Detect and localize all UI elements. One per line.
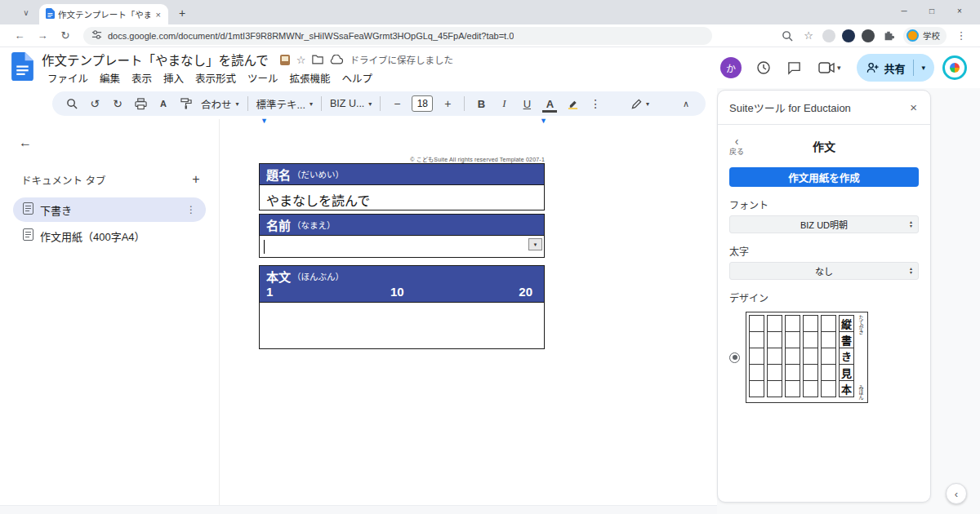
- underline-button[interactable]: U: [518, 94, 536, 113]
- name-dropdown-button[interactable]: ▼: [528, 238, 542, 250]
- search-menus-icon[interactable]: [63, 94, 81, 113]
- panel-back-button[interactable]: ‹ 戻る: [729, 136, 744, 157]
- design-radio-button[interactable]: [729, 352, 740, 363]
- url-omnibox[interactable]: docs.google.com/document/d/1mtI3F9R8RMWN…: [83, 27, 712, 45]
- move-folder-icon[interactable]: [312, 55, 323, 64]
- text-color-button[interactable]: A: [541, 94, 559, 113]
- browser-forward-button[interactable]: →: [33, 27, 51, 45]
- ruler-indent-marker[interactable]: ▼: [261, 117, 268, 125]
- collapse-panel-button[interactable]: ‹: [946, 483, 967, 504]
- page-zoom-icon[interactable]: [778, 27, 796, 45]
- browser-menu-icon[interactable]: ⋮: [952, 27, 970, 45]
- share-dropdown-icon[interactable]: ▾: [915, 64, 931, 72]
- comments-icon[interactable]: [781, 54, 808, 82]
- docs-logo-icon[interactable]: [11, 52, 33, 84]
- font-size-decrease-button[interactable]: −: [388, 94, 406, 113]
- font-size-input[interactable]: 18: [412, 95, 433, 112]
- browser-profile-chip[interactable]: 学校: [903, 27, 947, 45]
- bold-select[interactable]: なし ▴▾: [729, 262, 919, 280]
- window-close-button[interactable]: ×: [946, 0, 973, 21]
- new-tab-button[interactable]: +: [173, 4, 191, 22]
- grid-column: [749, 315, 764, 397]
- redo-icon[interactable]: ↻: [109, 94, 127, 113]
- select-arrows-icon: ▴▾: [910, 267, 912, 275]
- template-copyright-text: © こどもSuite All rights reserved Template …: [259, 155, 545, 163]
- user-avatar[interactable]: か: [720, 57, 742, 78]
- tune-icon[interactable]: [91, 29, 102, 43]
- version-history-icon[interactable]: [750, 54, 777, 82]
- window-maximize-button[interactable]: □: [918, 0, 946, 21]
- suite-app-logo[interactable]: [942, 55, 967, 80]
- zoom-select[interactable]: 合わせ ▾: [201, 96, 239, 112]
- toolbar-divider: [321, 96, 322, 111]
- sample-char: 縦: [839, 315, 854, 332]
- document-canvas[interactable]: ▼ ▼ © こどもSuite All rights reserved Templ…: [219, 119, 717, 514]
- browser-tab[interactable]: 作文テンプレート「やまなし」を読んで ×: [39, 4, 168, 24]
- select-arrows-icon: ▴▾: [910, 220, 912, 228]
- share-button[interactable]: 共有 ▾: [857, 54, 934, 82]
- create-sakubun-paper-button[interactable]: 作文用紙を作成: [729, 167, 919, 187]
- menu-format[interactable]: 表示形式: [189, 69, 242, 86]
- menu-extensions[interactable]: 拡張機能: [284, 69, 336, 86]
- meet-dropdown-icon[interactable]: ▾: [837, 64, 841, 72]
- extension-icon[interactable]: [862, 29, 875, 42]
- ruler-number: 1: [266, 285, 273, 299]
- notebook-icon: [280, 55, 290, 65]
- window-minimize-button[interactable]: ─: [890, 0, 918, 21]
- tab-close-icon[interactable]: ×: [154, 10, 163, 20]
- hide-menus-icon[interactable]: ∧: [677, 94, 695, 113]
- ruler-number: 10: [390, 285, 404, 299]
- browser-reload-button[interactable]: ↻: [56, 27, 74, 45]
- font-field-label: フォント: [729, 197, 919, 211]
- cloud-status-icon[interactable]: [330, 55, 343, 64]
- name-header-bar: 名前 （なまえ）: [259, 214, 545, 236]
- toolbar-more-icon[interactable]: ⋮: [586, 94, 604, 113]
- sidebar-collapse-icon[interactable]: ←: [13, 131, 38, 155]
- undo-icon[interactable]: ↺: [86, 94, 104, 113]
- template-block: 題名 （だいめい） やまなしを読んで 名前 （なまえ） ▼: [259, 164, 545, 349]
- tab-list-chevron-icon[interactable]: ∨: [18, 4, 34, 20]
- spellcheck-icon[interactable]: A✓: [154, 94, 172, 113]
- furigana-text: みほん: [858, 385, 865, 400]
- ruler-indent-marker[interactable]: ▼: [540, 117, 547, 125]
- bold-button[interactable]: B: [472, 94, 490, 113]
- print-icon[interactable]: [131, 94, 149, 113]
- tab-options-icon[interactable]: ⋮: [183, 204, 199, 215]
- menu-help[interactable]: ヘルプ: [336, 69, 379, 86]
- editing-mode-select[interactable]: ▾: [631, 99, 649, 109]
- body-input-cell[interactable]: [259, 302, 545, 349]
- sample-char: 見: [839, 364, 854, 381]
- share-separator: [913, 60, 914, 76]
- menu-insert[interactable]: 挿入: [158, 69, 189, 86]
- font-family-select[interactable]: BIZ U... ▾: [330, 98, 372, 109]
- suite-app-logo-core: [950, 63, 960, 73]
- title-value-cell[interactable]: やまなしを読んで: [259, 184, 545, 210]
- meet-button[interactable]: ▾: [813, 62, 846, 73]
- font-size-increase-button[interactable]: +: [439, 94, 457, 113]
- document-title[interactable]: 作文テンプレート「やまなし」を読んで: [42, 51, 269, 69]
- menu-tools[interactable]: ツール: [242, 69, 284, 86]
- menu-view[interactable]: 表示: [126, 69, 158, 86]
- paint-format-icon[interactable]: [177, 94, 195, 113]
- sidebar-item-draft[interactable]: 下書き ⋮: [13, 197, 206, 222]
- browser-back-button[interactable]: ←: [11, 27, 29, 45]
- menu-edit[interactable]: 編集: [94, 69, 126, 86]
- sidebar-item-sakubun-paper[interactable]: 作文用紙（400字A4）: [13, 224, 206, 248]
- paragraph-style-select[interactable]: 標準テキ... ▾: [256, 96, 313, 112]
- font-select[interactable]: BIZ UD明朝 ▴▾: [729, 215, 919, 233]
- bookmark-star-icon[interactable]: ☆: [800, 27, 817, 45]
- extension-icon[interactable]: [822, 29, 835, 42]
- menu-file[interactable]: ファイル: [42, 69, 94, 86]
- star-document-icon[interactable]: ☆: [296, 54, 306, 66]
- design-preview[interactable]: 縦 書 き 見 本 たてがき みほん: [746, 312, 868, 403]
- grid-column: [821, 315, 836, 397]
- name-input-cell[interactable]: ▼: [259, 235, 545, 258]
- add-tab-button[interactable]: +: [186, 170, 206, 189]
- panel-close-icon[interactable]: ×: [908, 100, 919, 114]
- highlight-color-icon[interactable]: [564, 94, 581, 113]
- extension-icon[interactable]: [842, 29, 855, 42]
- extensions-puzzle-icon[interactable]: [880, 27, 898, 45]
- italic-button[interactable]: I: [495, 94, 513, 113]
- title-area: 作文テンプレート「やまなし」を読んで ☆ ドライブに保存しました ファイル 編集…: [42, 50, 453, 86]
- paragraph-style-value: 標準テキ...: [256, 96, 305, 112]
